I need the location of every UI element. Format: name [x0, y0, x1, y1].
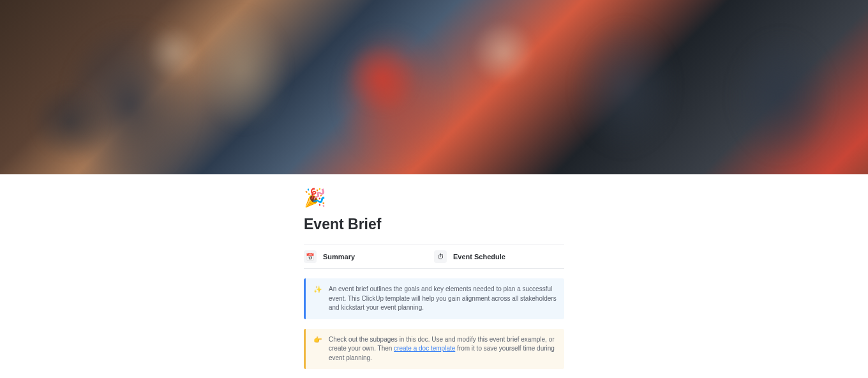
info-callout[interactable]: ✨ An event brief outlines the goals and …: [304, 278, 564, 319]
page-title[interactable]: Event Brief: [304, 216, 564, 233]
subpage-nav: 📅 Summary ⏱ Event Schedule: [304, 245, 564, 269]
page-emoji-icon[interactable]: 🎉: [304, 187, 564, 208]
nav-label: Summary: [323, 253, 355, 261]
nav-item-schedule[interactable]: ⏱ Event Schedule: [434, 250, 564, 263]
tip-callout[interactable]: 👉 Check out the subpages in this doc. Us…: [304, 329, 564, 370]
pointing-icon: 👉: [313, 335, 322, 363]
create-template-link[interactable]: create a doc template: [394, 345, 455, 352]
sparkle-icon: ✨: [313, 285, 322, 313]
callout-text: An event brief outlines the goals and ke…: [329, 285, 557, 313]
callout-text: Check out the subpages in this doc. Use …: [329, 335, 557, 363]
nav-label: Event Schedule: [453, 253, 505, 261]
calendar-icon: 📅: [304, 250, 317, 263]
nav-item-summary[interactable]: 📅 Summary: [304, 250, 434, 263]
cover-image: [0, 0, 868, 174]
document-content: 🎉 Event Brief 📅 Summary ⏱ Event Schedule…: [304, 174, 564, 369]
clock-icon: ⏱: [434, 250, 447, 263]
